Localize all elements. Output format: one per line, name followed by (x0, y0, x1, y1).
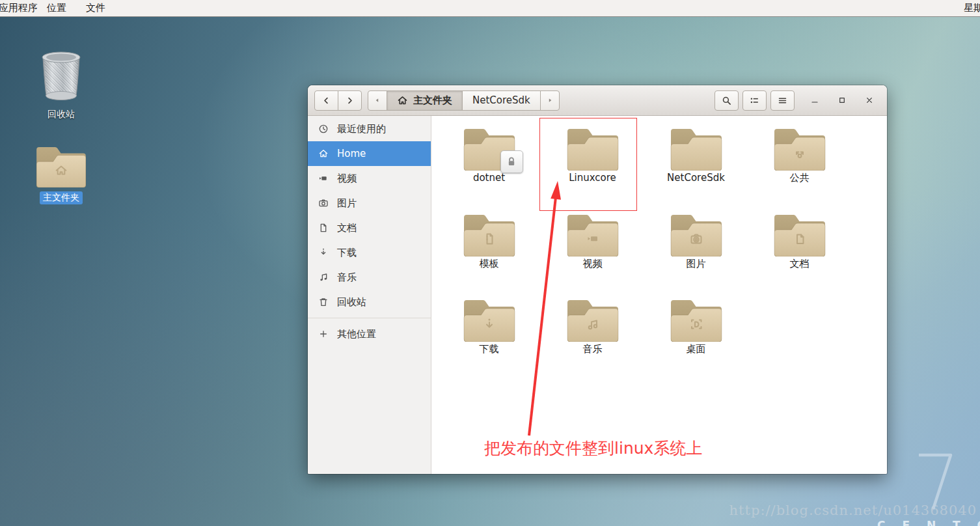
watermark-url: http://blog.csdn.net/u014368040 (729, 503, 977, 518)
path-segment-scroll-right[interactable] (540, 90, 560, 111)
folder-icon (668, 126, 724, 171)
folder-icon (461, 126, 517, 171)
folder-icon (772, 126, 828, 171)
trash-icon (318, 297, 329, 307)
window-controls (809, 94, 875, 106)
topbar-menus: 应用程序位置文件 (0, 0, 980, 16)
sidebar-item-label: 视频 (337, 173, 357, 185)
headerbar-actions (711, 90, 795, 111)
pathbar: 主文件夹NetCoreSdk (368, 90, 560, 111)
nav-buttons (314, 90, 362, 111)
folder-下载[interactable]: 下载 (437, 290, 541, 376)
menu-button[interactable] (770, 90, 795, 111)
window-close-icon (864, 95, 875, 105)
chevron-left-icon (321, 95, 332, 106)
close-button[interactable] (864, 94, 875, 106)
folder-文档[interactable]: 文档 (748, 205, 851, 291)
camera-icon (318, 198, 329, 208)
path-segment-scroll-left[interactable] (368, 90, 387, 111)
folder-icon (461, 298, 517, 342)
folder-公共[interactable]: 公共 (748, 119, 851, 205)
search-button[interactable] (715, 90, 739, 111)
menu-icon (777, 95, 788, 106)
watermark-brand: C E N T O S (877, 519, 980, 526)
home-folder-icon (34, 145, 88, 190)
triangle-left-icon (373, 96, 382, 105)
sidebar-items: 最近使用的 Home 视频 图片 文档 下载 音乐 回收站 (308, 117, 431, 314)
folder-音乐[interactable]: 音乐 (541, 290, 644, 376)
home-icon (318, 148, 329, 159)
sidebar-item-trash[interactable]: 回收站 (308, 290, 431, 314)
back-button[interactable] (314, 90, 338, 111)
path-segment-netcoresdk[interactable]: NetCoreSdk (462, 90, 541, 111)
sidebar-separator (308, 318, 431, 318)
sidebar-item-videos[interactable]: 视频 (308, 166, 431, 191)
folder-dotnet[interactable]: dotnet (437, 119, 541, 205)
files-pane: dotnet Linuxcore NetCoreSdk 公共 模板 视频 图片 (431, 116, 887, 474)
folder-模板[interactable]: 模板 (437, 205, 541, 291)
folder-label: Linuxcore (569, 172, 616, 184)
maximize-button[interactable] (836, 94, 848, 106)
chevron-right-icon (344, 95, 355, 106)
sidebar-item-label: 文档 (337, 222, 357, 234)
folder-桌面[interactable]: 桌面 (644, 290, 748, 376)
files-grid: dotnet Linuxcore NetCoreSdk 公共 模板 视频 图片 (431, 116, 887, 474)
sidebar-item-label: 下载 (337, 247, 357, 259)
sidebar-item-label: 最近使用的 (337, 123, 386, 135)
music-icon (318, 272, 329, 283)
view-list-button[interactable] (742, 90, 767, 111)
clock-label[interactable]: 星期 (964, 0, 980, 16)
folder-label: 文档 (790, 258, 810, 270)
sidebar-item-music[interactable]: 音乐 (308, 265, 431, 290)
triangle-right-icon (545, 96, 554, 105)
folder-Linuxcore[interactable]: Linuxcore (541, 119, 644, 205)
path-segment-home[interactable]: 主文件夹 (387, 90, 463, 111)
folder-icon (565, 126, 621, 171)
sidebar-item-label: 图片 (337, 197, 357, 210)
folder-icon (461, 212, 517, 256)
menu-applications[interactable]: 应用程序 (0, 0, 40, 16)
desktop-home-icon[interactable]: 主文件夹 (22, 145, 100, 204)
lock-emblem-icon (500, 150, 523, 173)
sidebar-item-label: Home (337, 148, 366, 159)
folder-NetCoreSdk[interactable]: NetCoreSdk (644, 119, 748, 205)
menu-places[interactable]: 位置 (44, 0, 69, 16)
folder-icon (668, 212, 724, 256)
sidebar-item-recent[interactable]: 最近使用的 (308, 117, 431, 141)
folder-图片[interactable]: 图片 (644, 205, 748, 291)
plus-icon (318, 329, 329, 339)
sidebar-item-pictures[interactable]: 图片 (308, 191, 431, 215)
sidebar-item-documents[interactable]: 文档 (308, 215, 431, 240)
desktop-trash-icon[interactable]: 回收站 (22, 44, 100, 121)
minimize-button[interactable] (809, 94, 821, 106)
window-minimize-icon (810, 95, 820, 105)
desktop-home-label: 主文件夹 (40, 191, 83, 204)
folder-视频[interactable]: 视频 (541, 205, 644, 291)
sidebar: 最近使用的 Home 视频 图片 文档 下载 音乐 回收站 其他位置 (308, 116, 431, 474)
folder-icon (772, 212, 828, 256)
folder-label: NetCoreSdk (667, 172, 725, 184)
sidebar-item-label: 回收站 (337, 296, 366, 309)
folder-icon (668, 298, 724, 342)
path-segment-label: NetCoreSdk (472, 94, 530, 106)
sidebar-item-downloads[interactable]: 下载 (308, 240, 431, 265)
top-panel: 应用程序位置文件 星期 (0, 0, 980, 17)
folder-label: 公共 (790, 172, 810, 184)
folder-label: 桌面 (687, 343, 706, 355)
window-maximize-icon (837, 95, 847, 105)
sidebar-item-other-locations[interactable]: 其他位置 (308, 322, 431, 346)
video-icon (318, 173, 329, 184)
sidebar-item-label: 音乐 (337, 271, 357, 284)
home-icon (397, 95, 408, 106)
desktop-trash-label: 回收站 (44, 108, 78, 121)
file-manager-window: 主文件夹NetCoreSdk 最近使用的 Home 视频 图片 文档 下载 音乐… (308, 85, 887, 474)
search-icon (721, 95, 732, 106)
sidebar-item-home[interactable]: Home (308, 141, 431, 166)
folder-label: 图片 (687, 258, 706, 270)
forward-button[interactable] (338, 90, 362, 111)
window-body: 最近使用的 Home 视频 图片 文档 下载 音乐 回收站 其他位置 dotne… (308, 116, 887, 474)
menu-files[interactable]: 文件 (83, 0, 108, 16)
sidebar-item-label: 其他位置 (337, 328, 376, 340)
folder-label: 模板 (480, 258, 499, 270)
folder-label: 下载 (480, 343, 499, 355)
